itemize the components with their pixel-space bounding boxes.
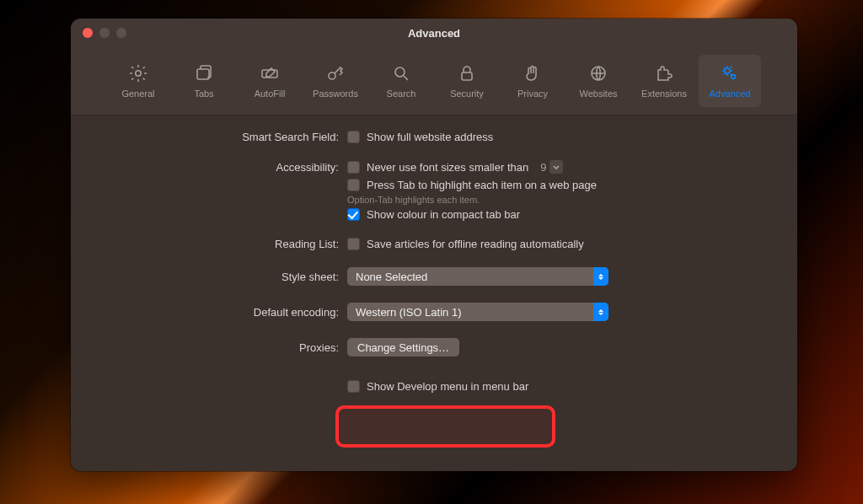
change-settings-label: Change Settings… <box>357 341 449 354</box>
min-font-label: Never use font sizes smaller than <box>367 161 528 174</box>
svg-point-0 <box>136 71 141 76</box>
reading-list-label: Reading List: <box>71 238 347 250</box>
tab-tabs[interactable]: Tabs <box>173 55 235 107</box>
default-encoding-select[interactable]: Western (ISO Latin 1) <box>347 303 608 321</box>
globe-icon <box>588 63 608 83</box>
compact-colour-label: Show colour in compact tab bar <box>367 208 520 221</box>
tab-label: AutoFill <box>255 88 286 99</box>
min-font-checkbox[interactable] <box>347 161 360 174</box>
style-sheet-select[interactable]: None Selected <box>347 267 608 286</box>
svg-rect-5 <box>462 72 472 80</box>
search-icon <box>391 63 411 83</box>
tab-general[interactable]: General <box>107 55 169 107</box>
tabs-icon <box>194 63 214 83</box>
show-full-address-label: Show full website address <box>367 131 493 143</box>
show-develop-checkbox[interactable] <box>347 380 360 393</box>
tab-extensions[interactable]: Extensions <box>633 55 695 107</box>
puzzle-icon <box>654 63 674 83</box>
svg-point-7 <box>725 68 730 73</box>
tab-security[interactable]: Security <box>436 55 498 107</box>
smart-search-label: Smart Search Field: <box>71 131 347 143</box>
select-stepper-icon <box>593 303 608 321</box>
key-icon <box>325 63 346 83</box>
tab-label: Security <box>450 88 484 99</box>
show-develop-label: Show Develop menu in menu bar <box>367 380 528 393</box>
svg-point-8 <box>732 75 736 79</box>
chevron-down-icon[interactable] <box>549 160 563 174</box>
preferences-window: Advanced General Tabs AutoFill Passwords <box>71 19 797 471</box>
tab-label: General <box>121 88 154 99</box>
gears-icon <box>720 63 740 83</box>
highlight-annotation <box>335 405 555 448</box>
default-encoding-value: Western (ISO Latin 1) <box>356 306 461 319</box>
titlebar[interactable]: Advanced <box>71 19 797 47</box>
svg-rect-1 <box>197 69 209 79</box>
change-settings-button[interactable]: Change Settings… <box>347 338 459 357</box>
tab-passwords[interactable]: Passwords <box>304 55 367 107</box>
tab-label: Extensions <box>641 88 687 99</box>
hand-icon <box>523 63 543 83</box>
tab-label: Search <box>387 88 416 99</box>
save-offline-label: Save articles for offline reading automa… <box>367 238 584 250</box>
show-full-address-checkbox[interactable] <box>347 131 360 143</box>
compact-colour-checkbox[interactable] <box>347 208 360 221</box>
tab-label: Websites <box>579 88 617 99</box>
lock-icon <box>457 63 477 83</box>
save-offline-checkbox[interactable] <box>347 238 360 250</box>
tab-label: Advanced <box>710 88 751 99</box>
style-sheet-label: Style sheet: <box>71 271 347 283</box>
tab-autofill[interactable]: AutoFill <box>239 55 301 107</box>
svg-point-3 <box>329 72 335 79</box>
select-stepper-icon <box>593 267 608 286</box>
min-font-stepper[interactable]: 9 <box>540 160 563 174</box>
press-tab-label: Press Tab to highlight each item on a we… <box>367 179 597 191</box>
tab-label: Passwords <box>313 88 358 99</box>
window-title: Advanced <box>71 27 797 40</box>
tab-label: Tabs <box>194 88 213 99</box>
tab-label: Privacy <box>517 88 548 99</box>
tab-websites[interactable]: Websites <box>567 55 630 107</box>
content: Smart Search Field: Show full website ad… <box>71 115 797 471</box>
default-encoding-label: Default encoding: <box>71 306 347 319</box>
press-tab-checkbox[interactable] <box>347 179 360 191</box>
svg-point-4 <box>395 67 405 77</box>
option-tab-hint: Option-Tab highlights each item. <box>347 195 775 205</box>
tab-privacy[interactable]: Privacy <box>501 55 564 107</box>
accessibility-label: Accessibility: <box>71 161 347 174</box>
min-font-value: 9 <box>540 161 546 174</box>
pencil-field-icon <box>260 63 280 83</box>
proxies-label: Proxies: <box>71 341 347 354</box>
tab-search[interactable]: Search <box>370 55 432 107</box>
gear-icon <box>128 63 148 83</box>
style-sheet-value: None Selected <box>356 271 427 283</box>
prefs-toolbar: General Tabs AutoFill Passwords Search <box>71 47 797 115</box>
tab-advanced[interactable]: Advanced <box>699 55 761 107</box>
